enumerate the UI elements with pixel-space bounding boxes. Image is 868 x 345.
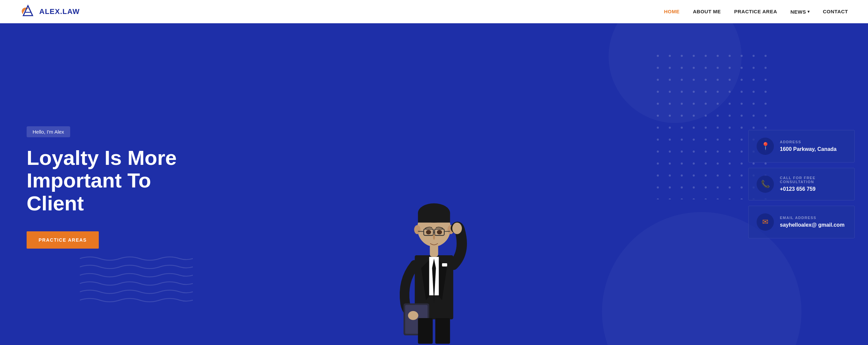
email-content: EMAIL ADDRESS sayhelloalex@ gmail.com	[780, 216, 844, 229]
consultation-value: +0123 656 759	[780, 186, 846, 193]
nav-link-about[interactable]: ABOUT ME	[693, 9, 721, 14]
nav-link-news[interactable]: NEWS	[790, 9, 810, 14]
hero-title-line3: Client	[27, 192, 84, 215]
info-card-email: ✉ EMAIL ADDRESS sayhelloalex@ gmail.com	[748, 206, 855, 238]
nav-item-practice[interactable]: PRACTICE AREA	[734, 9, 777, 14]
hero-title: Loyalty Is More Important To Client	[27, 147, 199, 215]
wavy-decoration	[80, 252, 193, 305]
svg-point-21	[426, 230, 431, 234]
svg-point-22	[437, 230, 442, 234]
svg-point-23	[452, 223, 462, 234]
nav-item-home[interactable]: HOME	[664, 9, 679, 14]
consultation-label: CALL FOR FREE CONSULTATION	[780, 176, 846, 184]
address-icon-wrap: 📍	[756, 137, 774, 155]
nav-item-contact[interactable]: CONTACT	[823, 9, 848, 14]
hero-title-line1: Loyalty Is More	[27, 146, 177, 169]
logo-icon	[20, 4, 36, 20]
nav-link-home[interactable]: HOME	[664, 9, 679, 14]
practice-areas-button[interactable]: PRACTICE AREAS	[27, 231, 99, 249]
email-label: EMAIL ADDRESS	[780, 216, 844, 220]
hero-title-line2: Important To	[27, 169, 151, 192]
nav-item-about[interactable]: ABOUT ME	[693, 9, 721, 14]
hero-section: Hello, I'm Alex Loyalty Is More Importan…	[0, 23, 868, 345]
navbar: ALEX.LAW HOME ABOUT ME PRACTICE AREA NEW…	[0, 0, 868, 23]
svg-rect-25	[418, 318, 433, 344]
svg-marker-0	[23, 6, 33, 15]
phone-icon: 📞	[761, 180, 770, 188]
svg-point-24	[408, 311, 418, 320]
person-svg	[371, 165, 497, 345]
info-card-address: 📍 ADDRESS 1600 Parkway, Canada	[748, 130, 855, 162]
address-value: 1600 Parkway, Canada	[780, 146, 836, 153]
logo[interactable]: ALEX.LAW	[20, 4, 80, 20]
phone-icon-wrap: 📞	[756, 176, 774, 193]
svg-point-12	[414, 225, 421, 234]
email-icon: ✉	[762, 218, 768, 226]
address-content: ADDRESS 1600 Parkway, Canada	[780, 140, 836, 153]
svg-rect-26	[435, 318, 450, 344]
nav-link-contact[interactable]: CONTACT	[823, 9, 848, 14]
info-card-consultation: 📞 CALL FOR FREE CONSULTATION +0123 656 7…	[748, 168, 855, 200]
location-icon: 📍	[761, 142, 770, 151]
hero-person	[361, 159, 507, 345]
svg-line-20	[444, 231, 450, 232]
hero-right: 📍 ADDRESS 1600 Parkway, Canada 📞 CALL FO…	[742, 23, 868, 345]
svg-line-19	[418, 231, 424, 232]
svg-rect-11	[418, 213, 450, 223]
consultation-content: CALL FOR FREE CONSULTATION +0123 656 759	[780, 176, 846, 193]
svg-rect-7	[442, 263, 447, 266]
logo-text: ALEX.LAW	[39, 7, 80, 16]
nav-item-news[interactable]: NEWS	[790, 9, 810, 14]
nav-menu: HOME ABOUT ME PRACTICE AREA NEWS CONTACT	[664, 9, 848, 14]
hello-badge: Hello, I'm Alex	[27, 126, 70, 137]
email-icon-wrap: ✉	[756, 213, 774, 231]
nav-link-practice[interactable]: PRACTICE AREA	[734, 9, 777, 14]
address-label: ADDRESS	[780, 140, 836, 144]
email-value: sayhelloalex@ gmail.com	[780, 222, 844, 229]
